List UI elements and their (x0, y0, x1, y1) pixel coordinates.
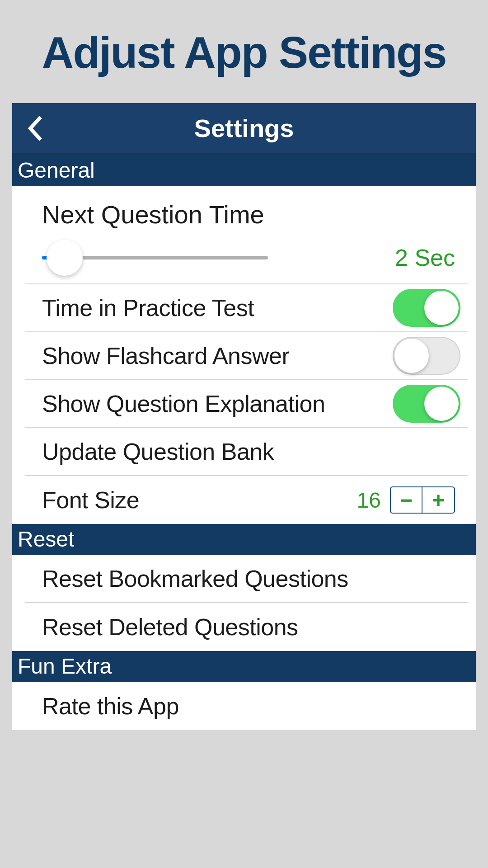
section-general: Next Question Time 2 Sec Time in Practic… (12, 186, 476, 524)
plus-icon: + (432, 488, 445, 513)
font-size-value: 16 (357, 488, 381, 513)
toggle-thumb (424, 387, 459, 421)
show-question-explanation-row: Show Question Explanation (25, 380, 468, 428)
next-question-time-row: Next Question Time 2 Sec (25, 186, 468, 284)
time-in-practice-test-label: Time in Practice Test (42, 294, 254, 321)
next-question-time-value: 2 Sec (395, 244, 455, 271)
font-size-stepper: − + (390, 486, 455, 514)
font-size-decrease-button[interactable]: − (391, 487, 422, 513)
minus-icon: − (400, 488, 413, 513)
reset-bookmarked-questions-label: Reset Bookmarked Questions (42, 565, 348, 592)
section-reset: Reset Bookmarked Questions Reset Deleted… (12, 555, 476, 651)
show-question-explanation-label: Show Question Explanation (42, 390, 325, 417)
reset-deleted-questions-row[interactable]: Reset Deleted Questions (25, 603, 468, 651)
time-in-practice-test-row: Time in Practice Test (25, 284, 468, 332)
show-flashcard-answer-label: Show Flashcard Answer (42, 342, 289, 369)
font-size-label: Font Size (42, 486, 139, 514)
show-flashcard-answer-row: Show Flashcard Answer (25, 332, 468, 380)
section-header-fun-extra: Fun Extra (12, 651, 476, 682)
app-frame: Settings General Next Question Time 2 Se… (12, 103, 476, 730)
update-question-bank-row[interactable]: Update Question Bank (25, 428, 468, 476)
rate-this-app-label: Rate this App (42, 693, 179, 720)
show-question-explanation-toggle[interactable] (393, 385, 460, 423)
show-flashcard-answer-toggle[interactable] (393, 337, 460, 375)
navbar-title: Settings (12, 113, 476, 143)
next-question-time-label: Next Question Time (42, 200, 455, 229)
reset-deleted-questions-label: Reset Deleted Questions (42, 613, 298, 641)
page-heading: Adjust App Settings (12, 14, 476, 103)
section-fun-extra: Rate this App (12, 682, 476, 730)
chevron-left-icon (27, 115, 43, 142)
font-size-row: Font Size 16 − + (25, 476, 468, 524)
rate-this-app-row[interactable]: Rate this App (25, 682, 468, 730)
toggle-thumb (394, 339, 429, 373)
section-header-reset: Reset (12, 524, 476, 555)
slider-thumb[interactable] (47, 240, 83, 276)
section-header-general: General (12, 155, 476, 186)
next-question-time-slider[interactable] (42, 242, 268, 274)
reset-bookmarked-questions-row[interactable]: Reset Bookmarked Questions (25, 555, 468, 603)
time-in-practice-test-toggle[interactable] (393, 289, 460, 327)
update-question-bank-label: Update Question Bank (42, 438, 274, 465)
back-button[interactable] (23, 113, 46, 144)
toggle-thumb (424, 291, 459, 325)
navbar: Settings (12, 103, 476, 155)
font-size-increase-button[interactable]: + (422, 487, 454, 513)
